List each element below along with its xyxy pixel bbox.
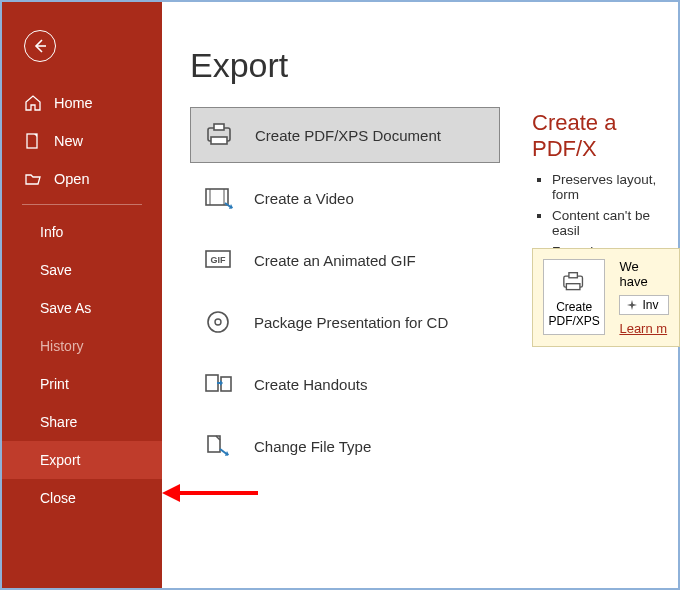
sidebar-label: Print <box>40 376 69 392</box>
page-title: Export <box>190 46 678 85</box>
promo-panel: Create PDF/XPS We have Inv Learn m <box>532 248 680 347</box>
cd-icon <box>202 307 236 337</box>
sidebar-item-open[interactable]: Open <box>2 160 162 198</box>
create-pdf-xps-button[interactable]: Create PDF/XPS <box>543 259 605 335</box>
backstage-sidebar: Home New Open Info Save Save As History … <box>2 2 162 588</box>
pdf-icon <box>548 268 600 296</box>
export-option-create-handouts[interactable]: Create Handouts <box>190 357 500 411</box>
button-label: Inv <box>642 298 658 312</box>
sidebar-item-share[interactable]: Share <box>2 403 162 441</box>
sidebar-item-save-as[interactable]: Save As <box>2 289 162 327</box>
svg-rect-13 <box>221 377 231 391</box>
arrow-left-icon <box>32 38 48 54</box>
sidebar-item-close[interactable]: Close <box>2 479 162 517</box>
sidebar-label: Save As <box>40 300 91 316</box>
new-icon <box>24 132 42 150</box>
export-option-label: Change File Type <box>254 438 371 455</box>
sidebar-item-home[interactable]: Home <box>2 84 162 122</box>
sidebar-item-save[interactable]: Save <box>2 251 162 289</box>
export-option-label: Package Presentation for CD <box>254 314 448 331</box>
button-label: Create PDF/XPS <box>548 300 600 328</box>
export-option-create-pdf-xps[interactable]: Create PDF/XPS Document <box>190 107 500 163</box>
svg-rect-5 <box>206 189 228 205</box>
sidebar-label: History <box>40 338 84 354</box>
sidebar-item-history: History <box>2 327 162 365</box>
sidebar-item-export[interactable]: Export <box>2 441 162 479</box>
export-option-create-video[interactable]: Create a Video <box>190 171 500 225</box>
svg-text:GIF: GIF <box>211 255 227 265</box>
svg-rect-4 <box>211 137 227 144</box>
sidebar-item-print[interactable]: Print <box>2 365 162 403</box>
change-file-type-icon <box>202 431 236 461</box>
promo-text: We have <box>619 259 669 289</box>
home-icon <box>24 94 42 112</box>
learn-more-link[interactable]: Learn m <box>619 321 669 336</box>
open-folder-icon <box>24 170 42 188</box>
video-icon <box>202 183 236 213</box>
sidebar-label: Info <box>40 224 63 240</box>
detail-title: Create a PDF/X <box>532 110 680 162</box>
export-option-label: Create Handouts <box>254 376 367 393</box>
gif-icon: GIF <box>202 245 236 275</box>
pdf-icon <box>203 120 237 150</box>
svg-rect-3 <box>214 124 224 130</box>
svg-point-11 <box>215 319 221 325</box>
sidebar-label: Close <box>40 490 76 506</box>
svg-rect-17 <box>567 284 581 290</box>
main-pane: Export Create PDF/XPS Document Create a … <box>162 2 678 588</box>
sidebar-item-info[interactable]: Info <box>2 213 162 251</box>
svg-rect-12 <box>206 375 218 391</box>
sidebar-label: Export <box>40 452 80 468</box>
svg-point-10 <box>208 312 228 332</box>
sidebar-label: Save <box>40 262 72 278</box>
export-option-label: Create an Animated GIF <box>254 252 416 269</box>
detail-bullet: Content can't be easil <box>552 208 680 238</box>
back-button[interactable] <box>24 30 56 62</box>
export-option-package-cd[interactable]: Package Presentation for CD <box>190 295 500 349</box>
svg-rect-16 <box>569 273 577 278</box>
export-option-change-file-type[interactable]: Change File Type <box>190 419 500 473</box>
detail-bullet: Preserves layout, form <box>552 172 680 202</box>
sidebar-label: New <box>54 133 83 149</box>
svg-rect-1 <box>27 134 37 148</box>
sparkle-icon <box>626 299 638 311</box>
sidebar-separator <box>22 204 142 205</box>
app-window: SEMANTIC SIMILARITY POST-REVIEW.pptx www… <box>0 0 680 590</box>
install-button[interactable]: Inv <box>619 295 669 315</box>
export-option-label: Create PDF/XPS Document <box>255 127 441 144</box>
sidebar-item-new[interactable]: New <box>2 122 162 160</box>
sidebar-label: Share <box>40 414 77 430</box>
export-option-label: Create a Video <box>254 190 354 207</box>
export-option-create-gif[interactable]: GIF Create an Animated GIF <box>190 233 500 287</box>
sidebar-label: Home <box>54 95 93 111</box>
handouts-icon <box>202 369 236 399</box>
sidebar-label: Open <box>54 171 89 187</box>
